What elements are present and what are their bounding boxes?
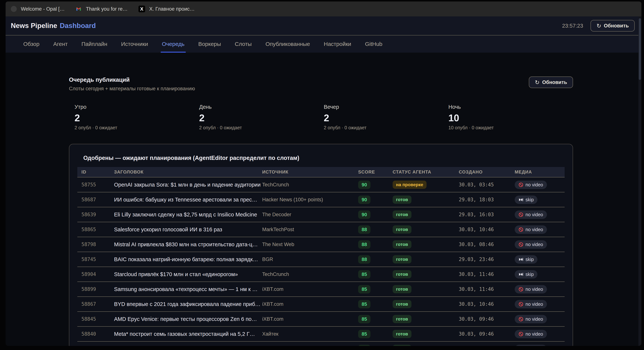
media-badge: no video	[515, 300, 547, 308]
row-status-cell: готов	[392, 196, 459, 204]
browser-tab-3[interactable]: XX. Главное проис…	[138, 6, 195, 12]
media-badge: no video	[515, 225, 547, 234]
nav-tab-пайплайн[interactable]: Пайплайн	[74, 36, 114, 53]
nav-tab-очередь[interactable]: Очередь	[155, 36, 192, 53]
row-media-cell: no video	[515, 300, 564, 308]
row-title: BYD впервые с 2021 года зафиксировала па…	[114, 301, 262, 307]
row-status-cell: готов	[392, 285, 459, 293]
nav-tab-обзор[interactable]: Обзор	[16, 36, 46, 53]
score-badge: 90	[358, 196, 370, 204]
agent-status-badge: готов	[392, 270, 412, 278]
row-source: iXBT.com	[262, 316, 358, 322]
media-label: skip	[526, 257, 534, 262]
refresh-button[interactable]: ↻ Обновить	[590, 20, 635, 32]
row-status-cell: готов	[392, 315, 459, 323]
row-score-cell: 85	[358, 345, 392, 346]
browser-tab-1[interactable]: Welcome - Opal […	[11, 6, 65, 12]
table-row[interactable]: 58904Starcloud привлёк $170 млн и стал «…	[77, 267, 564, 282]
slot-count: 10	[448, 112, 573, 123]
media-badge: no video	[515, 211, 547, 219]
app-name: News Pipeline	[11, 22, 57, 30]
table-row[interactable]: 58840Meta* построит семь газовых электро…	[77, 327, 564, 341]
table-row[interactable]: 58865Salesforce ускорил голосовой ИИ в 3…	[77, 222, 564, 237]
row-id: 58745	[82, 257, 114, 262]
media-label: no video	[526, 301, 543, 307]
row-status-cell: готов	[392, 345, 459, 346]
clock: 23:57:23	[562, 23, 583, 29]
row-status-cell: готов	[392, 330, 459, 338]
table-body: 58755OpenAI закрыла Sora: $1 млн в день …	[77, 178, 564, 346]
browser-tab-label: Welcome - Opal […	[21, 6, 65, 12]
row-id: 58904	[82, 271, 114, 277]
agent-status-badge: готов	[392, 315, 412, 323]
table-row[interactable]: 58687ИИ ошибся: бабушку из Tennessee аре…	[77, 192, 564, 207]
media-label: no video	[526, 331, 543, 337]
row-created: 29.03, 23:46	[459, 257, 515, 262]
app-window: News PipelineDashboard 23:57:23 ↻ Обнови…	[6, 17, 642, 346]
app-header: News PipelineDashboard 23:57:23 ↻ Обнови…	[6, 17, 642, 36]
browser-tab-2[interactable]: Thank you for re…	[76, 6, 128, 12]
row-score-cell: 88	[358, 240, 392, 249]
nav-tab-воркеры[interactable]: Воркеры	[191, 36, 228, 53]
no-video-icon	[518, 331, 524, 336]
agent-status-badge: готов	[392, 211, 412, 219]
table-row[interactable]: 58798Mistral AI привлекла $830 млн на ст…	[77, 237, 564, 252]
row-score-cell: 90	[358, 196, 392, 204]
row-created: 29.03, 18:03	[459, 197, 515, 203]
row-score-cell: 85	[358, 285, 392, 293]
agent-status-badge: готов	[392, 225, 412, 234]
row-source: Хайтек	[262, 331, 358, 337]
table-row[interactable]: 58867BYD впервые с 2021 года зафиксирова…	[77, 297, 564, 312]
media-label: no video	[526, 212, 543, 217]
row-source: Hacker News (100+ points)	[262, 197, 358, 203]
score-badge: 85	[358, 300, 370, 308]
row-status-cell: на проверке	[392, 181, 459, 189]
queue-refresh-button[interactable]: ↻ Обновить	[529, 77, 573, 88]
scrollbar-thumb[interactable]	[639, 18, 641, 80]
score-badge: 88	[358, 225, 370, 234]
row-score-cell: 85	[358, 315, 392, 323]
media-badge: no video	[515, 345, 547, 346]
row-media-cell: no video	[515, 240, 564, 249]
agent-status-badge: готов	[392, 330, 412, 338]
table-row[interactable]: 58899Samsung анонсировала «техпроцесс ме…	[77, 282, 564, 297]
column-header: ЗАГОЛОВОК	[114, 169, 262, 175]
row-score-cell: 85	[358, 270, 392, 279]
slot-detail: 10 опубл · 0 ожидает	[448, 125, 573, 130]
column-header: МЕДИА	[515, 169, 564, 175]
row-id: 58867	[82, 301, 114, 307]
browser-tab-label: Thank you for re…	[86, 6, 128, 12]
slot-stats: Утро22 опубл · 0 ожидаетДень22 опубл · 0…	[69, 104, 573, 130]
queue-table: IDЗАГОЛОВОКИСТОЧНИКSCOREСТАТУС АГЕНТАСОЗ…	[77, 167, 564, 346]
nav-tab-github[interactable]: GitHub	[358, 36, 389, 53]
table-row[interactable]: 58639Eli Lilly заключил сделку на $2,75 …	[77, 207, 564, 222]
table-row[interactable]: 58816Anthropic предупредила о риске «хак…	[77, 341, 564, 346]
row-created: 30.03, 10:46	[459, 227, 515, 232]
nav-tab-опубликованные[interactable]: Опубликованные	[259, 36, 317, 53]
skip-icon	[518, 197, 524, 202]
nav-tab-источники[interactable]: Источники	[114, 36, 155, 53]
row-media-cell: no video	[515, 330, 564, 338]
slot-stat: День22 опубл · 0 ожидает	[199, 104, 324, 130]
row-score-cell: 90	[358, 181, 392, 189]
gmail-icon	[76, 6, 82, 12]
row-title: OpenAI закрыла Sora: $1 млн в день и пад…	[114, 182, 262, 188]
nav-tab-настройки[interactable]: Настройки	[317, 36, 358, 53]
table-row[interactable]: 58845AMD Epyc Venice: первые тесты проце…	[77, 312, 564, 327]
nav-tab-слоты[interactable]: Слоты	[228, 36, 259, 53]
row-id: 58840	[82, 331, 114, 337]
media-label: skip	[526, 272, 534, 277]
table-row[interactable]: 58745BAIC показала натрий-ионную батарею…	[77, 252, 564, 267]
table-row[interactable]: 58755OpenAI закрыла Sora: $1 млн в день …	[77, 178, 564, 192]
row-id: 58865	[82, 227, 114, 232]
row-source: TechCrunch	[262, 182, 358, 188]
media-label: no video	[526, 227, 543, 232]
row-title: Samsung анонсировала «техпроцесс мечты» …	[114, 286, 262, 292]
row-status-cell: готов	[392, 270, 459, 278]
nav-tab-агент[interactable]: Агент	[46, 36, 74, 53]
no-video-icon	[518, 227, 524, 232]
score-badge: 85	[358, 285, 370, 293]
row-source: The Decoder	[262, 212, 358, 218]
column-header: СОЗДАНО	[459, 169, 515, 175]
row-media-cell: skip	[515, 255, 564, 264]
